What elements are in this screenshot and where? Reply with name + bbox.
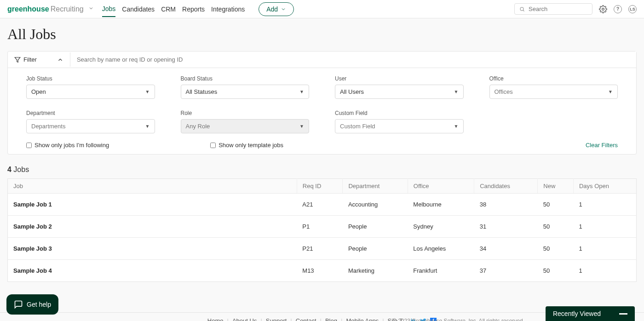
cell-office: Los Angeles <box>408 238 474 260</box>
user-avatar[interactable]: LS <box>628 5 637 13</box>
filter-body: Job Status Open ▼ Board Status All Statu… <box>8 68 636 154</box>
cell-req-id: P1 <box>297 216 343 238</box>
cell-department: People <box>343 216 408 238</box>
cell-req-id: A21 <box>297 194 343 216</box>
filter-label: Role <box>181 110 310 116</box>
nav-candidates[interactable]: Candidates <box>122 2 155 17</box>
filter-label: Office <box>489 75 618 82</box>
filter-bottom-row: Show only jobs I'm following Show only t… <box>26 142 618 149</box>
select-value: All Users <box>340 88 364 95</box>
table-row[interactable]: Sample Job 3P21PeopleLos Angeles34501 <box>8 238 637 260</box>
filter-toggle-label: Filter <box>23 56 37 63</box>
user-select[interactable]: All Users ▼ <box>335 85 464 99</box>
col-candidates[interactable]: Candidates <box>474 179 538 194</box>
col-office[interactable]: Office <box>408 179 474 194</box>
help-button[interactable]: ? <box>614 5 622 13</box>
filter-search-input[interactable] <box>70 52 636 68</box>
col-days-open[interactable]: Days Open <box>573 179 636 194</box>
checkbox-label: Show only jobs I'm following <box>34 142 109 149</box>
recently-viewed-label: Recently Viewed <box>553 310 601 317</box>
footer-link[interactable]: Support <box>266 317 287 321</box>
filter-custom-field: Custom Field Custom Field ▼ <box>335 110 464 133</box>
cell-new: 50 <box>538 194 574 216</box>
filter-board-status: Board Status All Statuses ▼ <box>181 75 310 99</box>
filter-label: Custom Field <box>335 110 464 116</box>
job-status-select[interactable]: Open ▼ <box>26 85 155 99</box>
footer-link[interactable]: Blog <box>325 317 337 321</box>
add-button[interactable]: Add <box>259 2 294 16</box>
jobs-table: Job Req ID Department Office Candidates … <box>7 178 637 282</box>
divider: | <box>320 317 322 321</box>
col-req-id[interactable]: Req ID <box>297 179 343 194</box>
chat-icon <box>14 300 23 309</box>
department-select[interactable]: Departments ▼ <box>26 119 155 133</box>
role-select[interactable]: Any Role ▼ <box>181 119 310 133</box>
divider: | <box>382 317 384 321</box>
global-search[interactable] <box>514 3 592 15</box>
filter-department: Department Departments ▼ <box>26 110 155 133</box>
cell-new: 50 <box>538 216 574 238</box>
cell-candidates: 37 <box>474 260 538 282</box>
add-button-label: Add <box>266 6 278 13</box>
footer-link[interactable]: About Us <box>232 317 257 321</box>
checkbox-label: Show only template jobs <box>218 142 283 149</box>
jobs-count-number: 4 <box>7 166 12 173</box>
table-row[interactable]: Sample Job 4M13MarketingFrankfurt37501 <box>8 260 637 282</box>
cell-job: Sample Job 4 <box>8 260 297 282</box>
filter-label: Job Status <box>26 75 155 82</box>
cell-job: Sample Job 3 <box>8 238 297 260</box>
table-header-row: Job Req ID Department Office Candidates … <box>8 179 637 194</box>
checkbox-input[interactable] <box>26 143 32 148</box>
nav-integrations[interactable]: Integrations <box>211 2 245 17</box>
footer-link[interactable]: Contact <box>296 317 316 321</box>
board-status-select[interactable]: All Statuses ▼ <box>181 85 310 99</box>
caret-down-icon: ▼ <box>454 89 459 94</box>
office-select[interactable]: Offices ▼ <box>489 85 618 99</box>
clear-filters-link[interactable]: Clear Filters <box>586 142 618 149</box>
chevron-up-icon <box>57 57 63 63</box>
select-value: All Statuses <box>186 88 218 95</box>
nav-jobs[interactable]: Jobs <box>102 1 116 17</box>
select-value: Custom Field <box>340 123 375 130</box>
jobs-count-word: Jobs <box>13 166 29 173</box>
brand-switcher[interactable]: greenhouseRecruiting <box>7 5 94 13</box>
filter-panel: Filter Job Status Open ▼ Board Status <box>7 51 637 155</box>
svg-point-2 <box>602 8 604 10</box>
filter-label: Board Status <box>181 75 310 82</box>
cell-candidates: 31 <box>474 216 538 238</box>
table-row[interactable]: Sample Job 2P1PeopleSydney31501 <box>8 216 637 238</box>
col-job[interactable]: Job <box>8 179 297 194</box>
nav-crm[interactable]: CRM <box>161 2 176 17</box>
divider: | <box>260 317 262 321</box>
cell-days-open: 1 <box>573 238 636 260</box>
show-template-checkbox[interactable]: Show only template jobs <box>210 142 283 149</box>
caret-down-icon: ▼ <box>299 89 304 94</box>
col-department[interactable]: Department <box>343 179 408 194</box>
custom-field-select[interactable]: Custom Field ▼ <box>335 119 464 133</box>
cell-office: Frankfurt <box>408 260 474 282</box>
header-right: ? LS <box>514 3 637 15</box>
recently-viewed-panel[interactable]: Recently Viewed <box>546 306 635 321</box>
nav-reports[interactable]: Reports <box>182 2 205 17</box>
page-body: All Jobs Filter Job Status Open <box>0 18 644 289</box>
cell-office: Sydney <box>408 216 474 238</box>
search-input[interactable] <box>529 6 587 12</box>
cell-new: 50 <box>538 260 574 282</box>
svg-point-0 <box>520 7 523 10</box>
filter-user: User All Users ▼ <box>335 75 464 99</box>
help-chat-button[interactable]: Get help <box>6 294 58 315</box>
caret-down-icon: ▼ <box>608 89 613 94</box>
checkbox-input[interactable] <box>210 143 216 148</box>
table-row[interactable]: Sample Job 1A21AccountingMelbourne38501 <box>8 194 637 216</box>
col-new[interactable]: New <box>538 179 574 194</box>
cell-req-id: P21 <box>297 238 343 260</box>
footer-link[interactable]: Home <box>207 317 224 321</box>
svg-line-1 <box>523 10 524 11</box>
select-value: Open <box>31 88 46 95</box>
settings-button[interactable] <box>599 5 607 13</box>
show-following-checkbox[interactable]: Show only jobs I'm following <box>26 142 109 149</box>
chat-label: Get help <box>27 301 51 308</box>
gear-icon <box>599 5 607 13</box>
footer-link[interactable]: Mobile Apps <box>346 317 379 321</box>
filter-toggle[interactable]: Filter <box>8 52 70 67</box>
